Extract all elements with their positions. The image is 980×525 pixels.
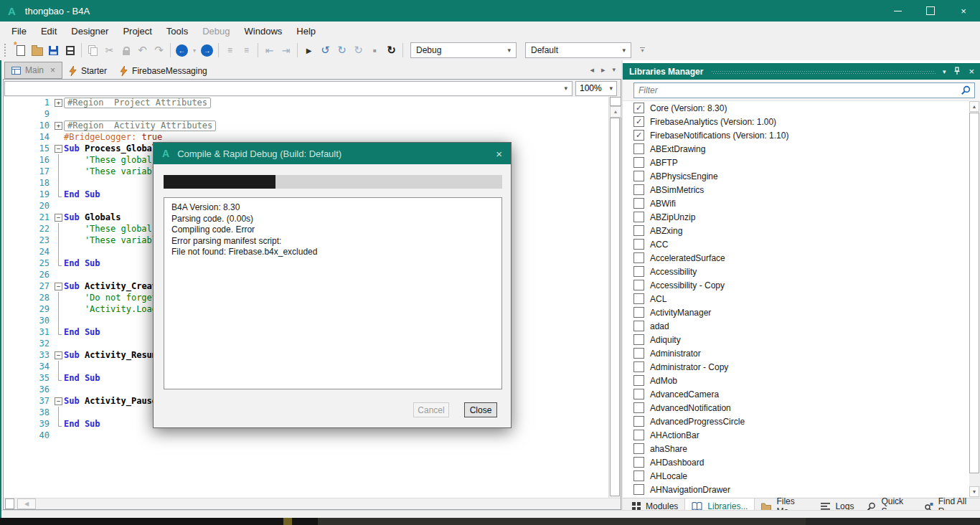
editor-horizontal-scrollbar[interactable]: ◀ <box>4 498 621 509</box>
new-project-icon[interactable]: * <box>12 42 29 59</box>
libraries-scrollbar[interactable]: ▲ ▼ <box>969 100 980 498</box>
menu-item-project[interactable]: Project <box>116 22 159 40</box>
library-item-abwifi[interactable]: ABWifi <box>623 197 969 210</box>
checkbox[interactable] <box>633 280 644 290</box>
export-module-icon[interactable] <box>62 42 78 59</box>
checkbox[interactable] <box>633 293 644 304</box>
copy-icon[interactable] <box>85 42 101 59</box>
menu-item-edit[interactable]: Edit <box>34 22 64 40</box>
library-item-ahlocale[interactable]: AHLocale <box>623 469 969 483</box>
panel-close-icon[interactable]: × <box>969 66 974 77</box>
dialog-close-icon[interactable]: × <box>496 148 502 160</box>
checkbox[interactable] <box>633 239 644 250</box>
scroll-down-icon[interactable]: ▼ <box>969 486 979 497</box>
fold-toggle-icon[interactable] <box>54 395 64 407</box>
checkbox[interactable] <box>633 157 644 168</box>
cancel-button[interactable]: Cancel <box>413 402 449 417</box>
navigate-back-icon[interactable]: ← <box>174 42 190 59</box>
maximize-button[interactable] <box>914 0 947 22</box>
step-out-icon[interactable]: ↻ <box>350 42 367 59</box>
doc-tab-starter[interactable]: Starter <box>62 63 113 79</box>
checkbox[interactable] <box>633 375 644 386</box>
close-tab-icon[interactable]: × <box>50 65 55 75</box>
toolbar-grip[interactable] <box>4 44 9 57</box>
fold-toggle-icon[interactable] <box>54 120 64 131</box>
open-project-icon[interactable] <box>29 42 45 59</box>
indent-icon[interactable]: ⇥ <box>278 42 294 59</box>
filter-input[interactable] <box>634 85 961 95</box>
build-profile-select[interactable]: Default ▾ <box>525 42 631 58</box>
library-item-advancedcamera[interactable]: AdvancedCamera <box>623 387 969 401</box>
comment-icon[interactable]: ≡ <box>222 42 238 59</box>
library-item-core-version-8-30[interactable]: ✓Core (Version: 8.30) <box>623 101 969 115</box>
library-item-acl[interactable]: ACL <box>623 292 969 306</box>
redo-icon[interactable]: ↷ <box>151 42 167 59</box>
library-item-ahashare[interactable]: ahaShare <box>623 442 969 455</box>
library-item-abftp[interactable]: ABFTP <box>623 156 969 169</box>
library-item-admob[interactable]: AdMob <box>623 374 969 387</box>
fold-toggle-icon[interactable] <box>54 97 64 108</box>
checkbox[interactable] <box>633 361 644 372</box>
editor-vertical-scrollbar[interactable]: ▲ <box>608 97 621 499</box>
library-item-absimmetrics[interactable]: ABSimMetrics <box>623 183 969 197</box>
checkbox[interactable]: ✓ <box>633 130 644 141</box>
resume-icon[interactable]: ↺ <box>317 42 334 59</box>
panel-menu-caret-icon[interactable]: ▾ <box>943 68 946 75</box>
minimize-button[interactable] <box>881 0 914 22</box>
menu-item-windows[interactable]: Windows <box>237 22 290 40</box>
checkbox[interactable] <box>633 307 644 318</box>
toolbar-overflow-icon[interactable]: ▾ <box>640 47 645 53</box>
checkbox[interactable] <box>633 416 644 427</box>
checkbox[interactable] <box>633 212 644 222</box>
library-item-ahactionbar[interactable]: AHActionBar <box>623 428 969 442</box>
library-item-advancedprogresscircle[interactable]: AdvancedProgressCircle <box>623 415 969 428</box>
checkbox[interactable]: ✓ <box>633 103 644 113</box>
checkbox[interactable] <box>633 430 644 440</box>
paste-lock-icon[interactable] <box>118 42 134 59</box>
library-item-abzxing[interactable]: ABZxing <box>623 224 969 237</box>
step-over-icon[interactable]: ↻ <box>334 42 350 59</box>
fold-toggle-icon[interactable] <box>54 143 64 154</box>
libraries-scroll-thumb[interactable] <box>969 113 979 473</box>
library-item-ahdashboard[interactable]: AHDashboard <box>623 455 969 469</box>
dialog-close-button[interactable]: Close <box>464 402 497 417</box>
library-item-adad[interactable]: adad <box>623 319 969 333</box>
save-icon[interactable] <box>45 42 62 59</box>
library-item-accessibility-copy[interactable]: Accessibility - Copy <box>623 278 969 292</box>
doc-tab-firebasemessaging[interactable]: FirebaseMessaging <box>113 63 214 79</box>
library-item-abzipunzip[interactable]: ABZipUnzip <box>623 210 969 224</box>
checkbox[interactable] <box>633 266 644 277</box>
vertical-scroll-thumb[interactable] <box>610 118 620 496</box>
checkbox[interactable] <box>633 225 644 236</box>
checkbox[interactable] <box>633 470 644 481</box>
checkbox[interactable] <box>633 334 644 345</box>
editor-split-handle[interactable] <box>610 97 621 106</box>
build-configuration-select[interactable]: Debug ▾ <box>410 42 517 58</box>
checkbox[interactable] <box>633 348 644 359</box>
library-item-accessibility[interactable]: Accessibility <box>623 265 969 278</box>
editor-zoom-select[interactable]: 100% ▾ <box>575 81 617 96</box>
scroll-up-icon[interactable]: ▲ <box>969 101 979 112</box>
menu-item-designer[interactable]: Designer <box>64 22 116 40</box>
uncomment-icon[interactable]: ≡ <box>238 42 255 59</box>
fold-toggle-icon[interactable] <box>54 349 64 361</box>
fold-toggle-icon[interactable] <box>54 212 64 223</box>
checkbox[interactable] <box>633 321 644 331</box>
cut-icon[interactable]: ✂ <box>101 42 118 59</box>
scroll-left-icon[interactable]: ◀ <box>17 498 36 509</box>
library-item-ahnavigationdrawer[interactable]: AHNavigationDrawer <box>623 483 969 496</box>
checkbox[interactable] <box>633 143 644 154</box>
tab-scroll-left-icon[interactable]: ◂ <box>590 65 594 75</box>
sub-navigator-select[interactable]: ▾ <box>4 81 573 96</box>
library-item-firebasenotifications-version-1-10[interactable]: ✓FirebaseNotifications (Version: 1.10) <box>623 128 969 142</box>
menu-item-help[interactable]: Help <box>289 22 323 40</box>
library-item-acceleratedsurface[interactable]: AcceleratedSurface <box>623 251 969 265</box>
pin-icon[interactable] <box>953 65 961 78</box>
checkbox[interactable] <box>633 457 644 468</box>
navigate-back-caret-icon[interactable]: ▾ <box>190 42 199 59</box>
library-item-administrator[interactable]: Administrator <box>623 346 969 360</box>
menu-item-file[interactable]: File <box>4 22 34 40</box>
library-item-acc[interactable]: ACC <box>623 237 969 251</box>
checkbox[interactable] <box>633 484 644 495</box>
checkbox[interactable] <box>633 171 644 181</box>
